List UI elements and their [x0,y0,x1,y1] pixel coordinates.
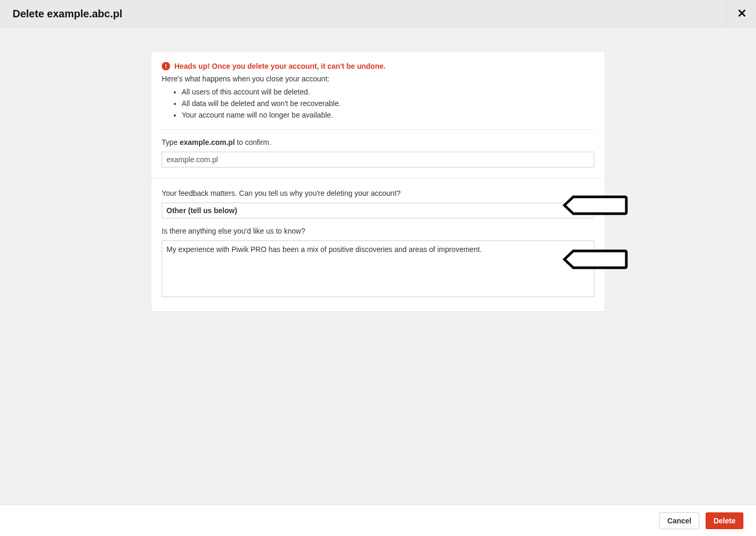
cancel-button[interactable]: Cancel [659,512,699,529]
delete-panel: ! Heads up! Once you delete your account… [151,51,605,312]
warning-text: Heads up! Once you delete your account, … [174,62,385,70]
modal-footer: Cancel Delete [0,505,756,536]
callout-arrow-icon [563,195,627,214]
callout-arrow-icon [563,249,627,268]
list-item: All users of this account will be delete… [182,86,594,98]
confirm-suffix: to confirm. [235,138,271,146]
confirm-prefix: Type [162,138,180,146]
content-area: ! Heads up! Once you delete your account… [0,28,756,312]
reason-select-wrap: Other (tell us below) ⌄ [162,203,594,218]
consequence-list: All users of this account will be delete… [162,86,594,121]
intro-text: Here's what happens when you close your … [162,75,594,83]
feedback-section: Your feedback matters. Can you tell us w… [151,178,605,311]
alert-icon: ! [162,62,170,70]
feedback-textarea[interactable]: My experience with Piwik PRO has been a … [162,240,594,297]
confirm-input[interactable] [162,152,594,167]
warning-row: ! Heads up! Once you delete your account… [162,62,594,70]
divider [162,129,594,130]
list-item: Your account name will no longer be avai… [182,109,594,121]
confirm-name: example.com.pl [180,138,235,146]
reason-select[interactable]: Other (tell us below) [162,203,594,218]
close-icon: ✕ [737,7,747,20]
confirm-label: Type example.com.pl to confirm. [162,138,594,146]
feedback-label: Your feedback matters. Can you tell us w… [162,189,594,197]
list-item: All data will be deleted and won't be re… [182,98,594,109]
page-title: Delete example.abc.pl [13,8,122,20]
delete-button[interactable]: Delete [706,512,743,529]
modal-header: Delete example.abc.pl ✕ [0,0,756,28]
extra-label: Is there anything else you'd like us to … [162,227,594,235]
close-button[interactable]: ✕ [727,0,756,28]
warning-section: ! Heads up! Once you delete your account… [151,51,605,178]
